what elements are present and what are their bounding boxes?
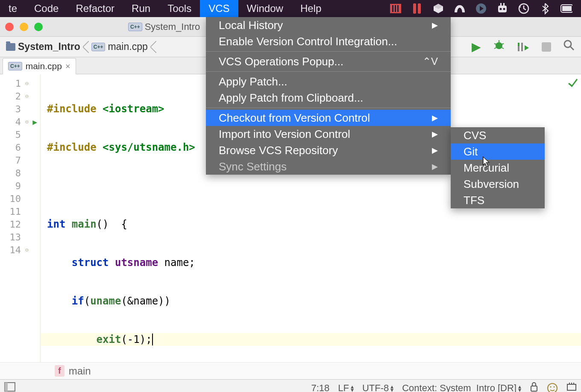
cpp-file-icon: C++ [8,62,22,70]
toolbar-actions: ▶ [472,39,575,54]
breadcrumb-project[interactable]: System_Intro [6,41,80,53]
svg-rect-33 [5,383,8,391]
svg-line-23 [502,44,504,44]
menu-enable-vcs-integration[interactable]: Enable Version Control Integration... [206,33,451,50]
line-number: 12 [0,218,40,231]
menu-separator [206,51,451,52]
menu-checkout-from-vcs[interactable]: Checkout from Version Control▶ [206,110,451,126]
close-window-button[interactable] [5,23,14,31]
code-line: if(uname(&name)) [41,295,581,307]
line-number: 14⊖ [0,243,40,256]
line-number: 3 [0,102,40,115]
menu-item-tools[interactable]: Tools [159,0,200,17]
menu-browse-vcs-repository[interactable]: Browse VCS Repository▶ [206,142,451,158]
fold-marker-icon[interactable]: ⊖ [25,80,29,87]
submenu-arrow-icon: ▶ [432,162,438,171]
line-number: 10 [0,192,40,205]
maximize-window-button[interactable] [34,23,43,31]
breadcrumb-separator-icon [83,41,89,53]
svg-rect-13 [500,3,502,6]
line-number: 9 [0,179,40,192]
menu-apply-patch-clipboard[interactable]: Apply Patch from Clipboard... [206,90,451,106]
shortcut-label: ⌃V [423,56,438,67]
menu-vcs-operations-popup[interactable]: VCS Operations Popup...⌃V [206,53,451,70]
bluetooth-icon[interactable] [539,3,551,15]
menu-item-refactor[interactable]: Refactor [67,0,123,17]
menu-item-code[interactable]: Code [26,0,67,17]
menu-apply-patch[interactable]: Apply Patch... [206,73,451,90]
breadcrumb-file[interactable]: C++ main.cpp [91,41,148,53]
box-icon[interactable] [432,3,444,15]
search-button[interactable] [563,39,575,54]
svg-rect-27 [518,43,519,46]
svg-marker-29 [525,45,529,50]
window-title: C++ System_Intro [128,21,200,32]
fold-marker-icon[interactable]: ⊖ [25,246,29,253]
fold-marker-icon[interactable]: ⊖ [25,93,29,99]
circle-arrow-icon[interactable] [475,3,487,15]
menu-sync-settings: Sync Settings▶ [206,158,451,175]
code-line-current: exit(-1); [41,333,581,346]
debug-button[interactable] [493,39,505,54]
submenu-arrow-icon: ▶ [432,129,438,139]
svg-point-20 [496,42,502,49]
folder-icon [6,43,15,51]
breadcrumb-separator-icon [150,41,156,53]
record-icon[interactable] [390,3,402,15]
line-number: 7 [0,154,40,167]
menu-item-window[interactable]: Window [238,0,292,17]
svg-line-24 [494,47,496,49]
close-tab-button[interactable]: × [65,61,70,71]
code-line: int main() { [41,218,581,231]
submenu-subversion[interactable]: Subversion [451,176,545,192]
minimize-window-button[interactable] [20,23,28,31]
submenu-mercurial[interactable]: Mercurial [451,160,545,176]
code-line [41,372,581,384]
timemachine-icon[interactable] [518,3,530,15]
menu-local-history[interactable]: Local History▶ [206,17,451,33]
menubar-left: te Code Refactor Run Tools VCS Window He… [0,0,330,17]
code-line: struct utsname name; [41,256,581,269]
svg-rect-5 [418,3,421,14]
line-number: 13 [0,231,40,243]
svg-rect-28 [521,43,523,51]
line-number: 1⊖ [0,77,40,90]
svg-rect-1 [392,5,393,12]
vcs-menu-dropdown: Local History▶ Enable Version Control In… [206,17,451,175]
robot-icon[interactable] [496,3,508,15]
menu-item-vcs[interactable]: VCS [200,0,238,17]
svg-point-30 [564,41,571,47]
arch-icon[interactable] [454,3,466,15]
submenu-arrow-icon: ▶ [432,146,438,155]
line-number: 6 [0,141,40,154]
submenu-cvs[interactable]: CVS [451,127,545,143]
run-button[interactable]: ▶ [472,40,481,54]
svg-rect-3 [397,5,399,12]
menu-item-run[interactable]: Run [123,0,159,17]
svg-line-22 [494,44,496,44]
tab-main-cpp[interactable]: C++ main.cpp × [3,58,76,74]
submenu-git[interactable]: Git [451,143,545,160]
menu-separator [206,71,451,72]
line-number: 2⊖ [0,90,40,102]
menu-item-navigate[interactable]: te [0,0,26,17]
battery-icon[interactable] [560,3,572,15]
svg-rect-14 [503,3,505,6]
traffic-lights [5,23,43,31]
svg-point-12 [503,8,505,10]
submenu-tfs[interactable]: TFS [451,192,545,208]
gutter-run-icon[interactable]: ▶ [32,117,37,126]
menu-separator [206,108,451,108]
cpp-file-icon: C++ [91,43,106,51]
pause-icon[interactable] [411,3,423,15]
stop-button[interactable] [542,42,551,52]
fold-marker-icon[interactable]: ⊖ [25,118,29,125]
svg-rect-4 [413,3,416,14]
coverage-button[interactable] [517,41,530,53]
tool-window-toggle[interactable] [4,382,15,392]
breadcrumb-project-label: System_Intro [18,41,80,53]
breadcrumb-file-label: main.cpp [108,41,147,53]
menu-import-into-vcs[interactable]: Import into Version Control▶ [206,126,451,142]
svg-line-31 [570,47,574,50]
menu-item-help[interactable]: Help [292,0,330,17]
